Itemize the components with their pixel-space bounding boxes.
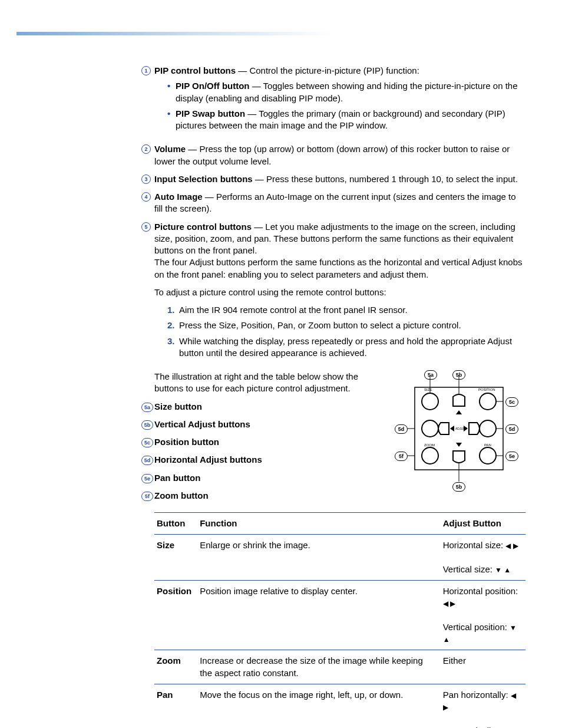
- svg-point-5: [422, 447, 438, 464]
- diag-callout-5e: 5e: [505, 451, 518, 461]
- callout-2-title: Volume: [154, 144, 186, 154]
- th-button: Button: [154, 513, 197, 535]
- para-illustration: The illustration at right and the table …: [154, 371, 378, 395]
- callout-number-2: 2: [141, 143, 154, 154]
- diag-pan-label: PAN: [484, 443, 491, 447]
- cell-position-adj: Horizontal position: ◀ ▶ Vertical positi…: [441, 581, 525, 650]
- callout-3-title: Input Selection buttons: [154, 174, 253, 184]
- diag-size-label: SIZE: [424, 388, 432, 391]
- remote-diagram: SIZE POSITION ZOOM PAN ADJUST 5a 5b: [390, 371, 525, 495]
- diag-callout-5d-left: 5d: [395, 424, 408, 434]
- diag-callout-5d-right: 5d: [505, 424, 518, 434]
- cell-size-func: Enlarge or shrink the image.: [197, 535, 441, 581]
- callout-1-title: PIP control buttons: [154, 65, 236, 75]
- para-to-adjust: To adjust a picture control using the re…: [154, 286, 525, 298]
- callout-number-1: 1: [141, 65, 154, 75]
- callout-1-desc: — Control the picture-in-picture (PIP) f…: [236, 65, 419, 75]
- th-adjust: Adjust Button: [441, 513, 525, 535]
- table-row: Size Enlarge or shrink the image. Horizo…: [154, 535, 525, 581]
- callout-1: 1 PIP control buttons — Control the pict…: [141, 65, 525, 137]
- callout-2: 2 Volume — Press the top (up arrow) or b…: [141, 143, 525, 167]
- svg-point-2: [480, 393, 496, 410]
- cell-pan-func: Move the focus on the image right, left,…: [197, 684, 441, 728]
- callout-number-3: 3: [141, 173, 154, 184]
- sub-5a: Size button: [154, 401, 202, 413]
- callout-4: 4 Auto Image — Performs an Auto-Image on…: [141, 191, 525, 215]
- callout-4-desc: — Performs an Auto-Image on the current …: [154, 192, 516, 213]
- callout-number-4: 4: [141, 191, 154, 202]
- cell-position-func: Position image relative to display cente…: [197, 581, 441, 650]
- diag-callout-5b-bottom: 5b: [452, 482, 465, 492]
- left-column: The illustration at right and the table …: [154, 371, 378, 508]
- callout-3: 3 Input Selection buttons — Press these …: [141, 173, 525, 185]
- cell-zoom: Zoom: [157, 655, 181, 666]
- svg-point-6: [480, 447, 496, 464]
- svg-marker-9: [450, 426, 454, 431]
- svg-marker-7: [456, 410, 462, 414]
- cell-size: Size: [157, 540, 174, 550]
- th-function: Function: [197, 513, 441, 535]
- subcallout-5a: 5aSize button: [141, 401, 378, 413]
- two-column: The illustration at right and the table …: [154, 371, 525, 508]
- table-row: Pan Move the focus on the image right, l…: [154, 684, 525, 728]
- sub-5d: Horizontal Adjust buttons: [154, 454, 262, 466]
- sub-5c: Position button: [154, 436, 219, 448]
- top-gradient-bar: [16, 32, 544, 35]
- cell-position: Position: [157, 586, 191, 596]
- diag-position-label: POSITION: [478, 388, 495, 391]
- steps-list: Aim the IR 904 remote control at the fro…: [167, 304, 525, 359]
- para-adjust-knobs: The four Adjust buttons perform the same…: [154, 256, 525, 281]
- table-row: Position Position image relative to disp…: [154, 581, 525, 650]
- callout-4-title: Auto Image: [154, 192, 203, 202]
- callout-5: 5 Picture control buttons — Let you make…: [141, 221, 525, 365]
- step-2: Press the Size, Position, Pan, or Zoom b…: [167, 319, 525, 331]
- svg-point-4: [480, 420, 496, 437]
- cell-zoom-func: Increase or decrease the size of the ima…: [197, 650, 441, 684]
- page: 1 PIP control buttons — Control the pict…: [0, 32, 562, 728]
- diag-callout-5f: 5f: [395, 451, 408, 461]
- subcallout-5d: 5dHorizontal Adjust buttons: [141, 454, 378, 466]
- diag-callout-5a: 5a: [424, 370, 437, 380]
- callout-5-title: Picture control buttons: [154, 222, 252, 232]
- callout-3-desc: — Press these buttons, numbered 1 throug…: [253, 174, 518, 184]
- sub-5b: Vertical Adjust buttons: [154, 419, 250, 430]
- cell-zoom-adj: Either: [441, 650, 525, 684]
- sub-1b-title: PIP Swap button: [176, 108, 245, 118]
- diag-zoom-label: ZOOM: [424, 443, 435, 447]
- callout-2-desc: — Press the top (up arrow) or bottom (do…: [154, 144, 510, 166]
- adjust-table: Button Function Adjust Button Size Enlar…: [154, 512, 525, 728]
- svg-point-1: [422, 393, 438, 410]
- content: 1 PIP control buttons — Control the pict…: [154, 65, 525, 728]
- sub-1a-title: PIP On/Off button: [176, 81, 250, 91]
- subcallout-5f: 5fZoom button: [141, 490, 378, 502]
- svg-point-3: [422, 420, 438, 437]
- table-row: Zoom Increase or decrease the size of th…: [154, 650, 525, 684]
- diag-adjust-label: ADJUST: [455, 427, 467, 430]
- svg-marker-8: [456, 443, 462, 447]
- diag-callout-5b-top: 5b: [452, 370, 465, 380]
- step-3: While watching the display, press repeat…: [167, 335, 525, 360]
- cell-pan-adj: Pan horizontally: ◀ ▶ Pan vertically: ▼ …: [441, 684, 525, 728]
- cell-size-adj: Horizontal size: ◀ ▶ Vertical size: ▼ ▲: [441, 535, 525, 581]
- diag-callout-5c: 5c: [505, 397, 518, 407]
- subcallout-5c: 5cPosition button: [141, 436, 378, 448]
- cell-pan: Pan: [157, 690, 173, 700]
- callout-number-5: 5: [141, 221, 154, 232]
- sub-5f: Zoom button: [154, 490, 209, 502]
- step-1: Aim the IR 904 remote control at the fro…: [167, 304, 525, 316]
- sub-5e: Pan button: [154, 472, 200, 484]
- callout-1-sublist: PIP On/Off button — Toggles between show…: [167, 80, 525, 131]
- subcallout-5b: 5bVertical Adjust buttons: [141, 419, 378, 430]
- subcallout-5e: 5ePan button: [141, 472, 378, 484]
